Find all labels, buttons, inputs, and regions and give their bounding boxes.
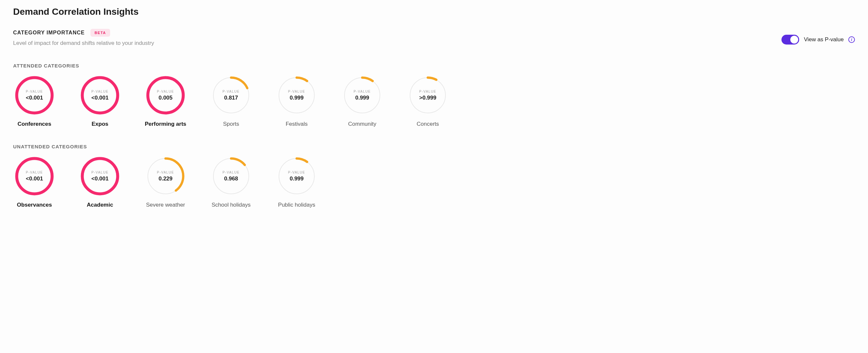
pvalue-label: P-VALUE xyxy=(91,90,109,93)
category-card[interactable]: P-VALUE<0.001Observances xyxy=(13,156,56,208)
pvalue-label: P-VALUE xyxy=(157,90,175,93)
category-label: Public holidays xyxy=(278,202,315,208)
category-card[interactable]: P-VALUE<0.001Academic xyxy=(79,156,121,208)
pvalue-ring: P-VALUE<0.001 xyxy=(15,76,54,115)
beta-badge: BETA xyxy=(90,29,110,37)
pvalue-toggle[interactable] xyxy=(781,35,799,44)
pvalue-toggle-label: View as P-value xyxy=(804,36,844,43)
pvalue-value: <0.001 xyxy=(26,95,43,101)
pvalue-label: P-VALUE xyxy=(26,171,43,174)
category-importance-left: CATEGORY IMPORTANCE BETA Level of impact… xyxy=(13,29,154,46)
category-importance-subtitle: Level of impact for demand shifts relati… xyxy=(13,40,154,46)
ring-center: P-VALUE>0.999 xyxy=(408,76,447,115)
category-card[interactable]: P-VALUE0.968School holidays xyxy=(210,156,252,208)
title-badge-row: CATEGORY IMPORTANCE BETA xyxy=(13,29,154,37)
pvalue-ring: P-VALUE<0.001 xyxy=(80,156,120,196)
ring-center: P-VALUE0.999 xyxy=(277,76,316,115)
ring-center: P-VALUE0.968 xyxy=(211,156,251,196)
category-label: Expos xyxy=(91,121,108,128)
pvalue-label: P-VALUE xyxy=(288,171,306,174)
pvalue-label: P-VALUE xyxy=(419,90,437,93)
category-card[interactable]: P-VALUE<0.001Conferences xyxy=(13,76,56,128)
pvalue-ring: P-VALUE>0.999 xyxy=(408,76,447,115)
group-title: ATTENDED CATEGORIES xyxy=(13,63,855,68)
ring-center: P-VALUE0.005 xyxy=(146,76,185,115)
pvalue-ring: P-VALUE<0.001 xyxy=(15,156,54,196)
pvalue-value: 0.999 xyxy=(290,176,304,182)
pvalue-ring: P-VALUE<0.001 xyxy=(80,76,120,115)
category-card[interactable]: P-VALUE0.005Performing arts xyxy=(144,76,187,128)
pvalue-value: 0.817 xyxy=(224,95,238,101)
card-row: P-VALUE<0.001ObservancesP-VALUE<0.001Aca… xyxy=(13,156,855,208)
pvalue-label: P-VALUE xyxy=(91,171,109,174)
ring-center: P-VALUE0.817 xyxy=(211,76,251,115)
ring-center: P-VALUE<0.001 xyxy=(15,76,54,115)
info-icon[interactable]: i xyxy=(848,36,855,43)
pvalue-value: 0.229 xyxy=(159,176,173,182)
category-importance-header: CATEGORY IMPORTANCE BETA Level of impact… xyxy=(13,29,855,46)
pvalue-label: P-VALUE xyxy=(26,90,43,93)
category-card[interactable]: P-VALUE0.999Public holidays xyxy=(275,156,318,208)
pvalue-toggle-area: View as P-value i xyxy=(781,35,855,44)
pvalue-label: P-VALUE xyxy=(223,171,240,174)
pvalue-value: <0.001 xyxy=(91,176,108,182)
pvalue-ring: P-VALUE0.999 xyxy=(277,76,316,115)
pvalue-ring: P-VALUE0.229 xyxy=(146,156,185,196)
pvalue-label: P-VALUE xyxy=(157,171,175,174)
pvalue-label: P-VALUE xyxy=(223,90,240,93)
card-row: P-VALUE<0.001ConferencesP-VALUE<0.001Exp… xyxy=(13,76,855,128)
page-title: Demand Correlation Insights xyxy=(13,6,855,17)
category-card[interactable]: P-VALUE0.229Severe weather xyxy=(144,156,187,208)
pvalue-ring: P-VALUE0.999 xyxy=(343,76,382,115)
category-label: Observances xyxy=(17,202,52,208)
ring-center: P-VALUE0.999 xyxy=(343,76,382,115)
group-title: UNATTENDED CATEGORIES xyxy=(13,144,855,149)
pvalue-value: <0.001 xyxy=(26,176,43,182)
pvalue-ring: P-VALUE0.817 xyxy=(211,76,251,115)
pvalue-value: 0.005 xyxy=(159,95,173,101)
category-card[interactable]: P-VALUE>0.999Concerts xyxy=(406,76,449,128)
category-label: Academic xyxy=(87,202,113,208)
pvalue-value: <0.001 xyxy=(91,95,108,101)
category-label: Concerts xyxy=(416,121,439,128)
pvalue-value: 0.999 xyxy=(355,95,369,101)
category-card[interactable]: P-VALUE<0.001Expos xyxy=(79,76,121,128)
pvalue-value: 0.968 xyxy=(224,176,238,182)
category-importance-title: CATEGORY IMPORTANCE xyxy=(13,30,85,36)
pvalue-label: P-VALUE xyxy=(288,90,306,93)
category-label: Conferences xyxy=(18,121,52,128)
category-label: Community xyxy=(348,121,376,128)
toggle-knob xyxy=(790,36,798,43)
category-label: School holidays xyxy=(211,202,250,208)
category-label: Festivals xyxy=(285,121,307,128)
category-label: Sports xyxy=(223,121,239,128)
category-card[interactable]: P-VALUE0.999Community xyxy=(341,76,383,128)
ring-center: P-VALUE<0.001 xyxy=(15,156,54,196)
pvalue-ring: P-VALUE0.968 xyxy=(211,156,251,196)
pvalue-value: 0.999 xyxy=(290,95,304,101)
category-label: Severe weather xyxy=(146,202,185,208)
pvalue-value: >0.999 xyxy=(419,95,436,101)
ring-center: P-VALUE<0.001 xyxy=(80,76,120,115)
ring-center: P-VALUE<0.001 xyxy=(80,156,120,196)
pvalue-ring: P-VALUE0.005 xyxy=(146,76,185,115)
category-label: Performing arts xyxy=(145,121,187,128)
ring-center: P-VALUE0.999 xyxy=(277,156,316,196)
pvalue-label: P-VALUE xyxy=(354,90,371,93)
pvalue-ring: P-VALUE0.999 xyxy=(277,156,316,196)
category-card[interactable]: P-VALUE0.817Sports xyxy=(210,76,252,128)
ring-center: P-VALUE0.229 xyxy=(146,156,185,196)
category-card[interactable]: P-VALUE0.999Festivals xyxy=(275,76,318,128)
